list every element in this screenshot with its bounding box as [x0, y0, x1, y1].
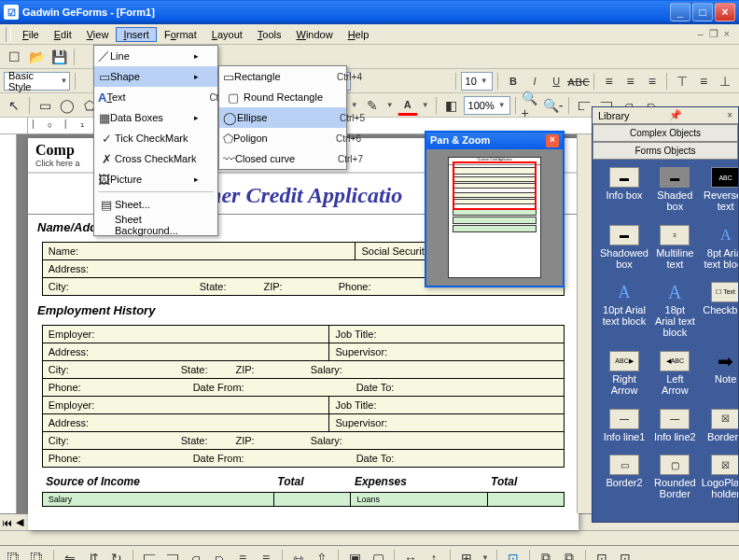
- valign-top-button[interactable]: ⊤: [672, 71, 691, 91]
- shape-round-rect[interactable]: ▢Round Rectangle: [219, 87, 346, 107]
- insert-tick[interactable]: ✓Tick CheckMark: [94, 128, 217, 148]
- library-pin-icon[interactable]: 📌: [669, 109, 682, 121]
- insert-sheet[interactable]: ▤Sheet...: [94, 194, 217, 215]
- obj-info-line1[interactable]: —Info line1: [598, 407, 650, 452]
- same-w[interactable]: ↔: [400, 548, 421, 561]
- shape-ellipse[interactable]: ◯EllipseCtrl+5: [219, 107, 346, 128]
- grid-button[interactable]: ⊞: [456, 548, 477, 561]
- line-color-button[interactable]: ✎: [362, 95, 383, 116]
- vertical-scrollbar[interactable]: [577, 134, 592, 513]
- menu-layout[interactable]: Layout: [204, 27, 250, 42]
- back-button[interactable]: ▢: [368, 548, 388, 561]
- rect-button[interactable]: ▭: [35, 95, 55, 116]
- align-m[interactable]: ≡: [232, 548, 253, 561]
- zoom-out-button[interactable]: 🔍-: [543, 95, 564, 116]
- library-close[interactable]: ×: [727, 110, 732, 120]
- sheet-nav-prev[interactable]: ◀: [14, 516, 25, 528]
- insert-databoxes[interactable]: ▦Data Boxes▸: [94, 107, 217, 128]
- ellipse-button[interactable]: ◯: [57, 95, 77, 116]
- insert-text[interactable]: ATextCtrl+8: [94, 87, 217, 107]
- horizontal-scrollbar[interactable]: [0, 530, 739, 545]
- menu-file[interactable]: File: [15, 27, 47, 42]
- tab-forms-objects[interactable]: Forms Objects: [593, 142, 738, 160]
- layer1-button[interactable]: ⧉: [536, 548, 556, 561]
- align-r[interactable]: ⫏: [186, 548, 206, 561]
- bold-button[interactable]: B: [503, 71, 523, 91]
- gripper[interactable]: [6, 27, 11, 42]
- obj-info-line2[interactable]: —Info line2: [652, 407, 698, 452]
- shape-closed-curve[interactable]: 〰Closed curveCtrl+7: [219, 148, 346, 169]
- obj-right-arrow[interactable]: ABC▶Right Arrow: [598, 349, 650, 405]
- pan-zoom-thumbnail[interactable]: Customer Credit Application: [448, 157, 541, 278]
- obj-reversed-text[interactable]: ABCReversed text: [700, 165, 738, 221]
- gradient-button[interactable]: ◧: [441, 95, 462, 116]
- group-button[interactable]: ⿻: [4, 548, 24, 561]
- size-combo[interactable]: 10▼: [461, 72, 494, 91]
- align-l[interactable]: ⫍: [139, 548, 160, 561]
- mdi-restore[interactable]: ❐: [709, 28, 718, 40]
- valign-mid-button[interactable]: ≡: [694, 71, 714, 91]
- obj-info-box[interactable]: ▬Info box: [598, 165, 650, 221]
- italic-button[interactable]: I: [525, 71, 545, 91]
- align-center-button[interactable]: ≡: [620, 71, 640, 91]
- menu-format[interactable]: Format: [157, 27, 204, 42]
- insert-cross[interactable]: ✗Cross CheckMark: [94, 148, 217, 169]
- flip-h-button[interactable]: ⇋: [60, 548, 80, 561]
- sheet-nav-first[interactable]: ⏮: [0, 517, 14, 528]
- save-button[interactable]: 💾: [49, 47, 69, 67]
- align-t[interactable]: ⫐: [209, 548, 230, 561]
- insert-shape[interactable]: ▭Shape▸: [94, 66, 217, 87]
- menu-view[interactable]: View: [79, 27, 117, 42]
- shape-rectangle[interactable]: ▭RectangleCtrl+4: [219, 66, 346, 87]
- obj-10pt-arial[interactable]: A10pt Arial text block: [598, 280, 650, 347]
- obj-shadowed-box[interactable]: ▬Shadowed box: [598, 223, 650, 279]
- insert-picture[interactable]: 🖼Picture▸: [94, 169, 217, 189]
- menu-tools[interactable]: Tools: [250, 27, 289, 42]
- front-button[interactable]: ▣: [344, 548, 365, 561]
- dist-h[interactable]: ⇿: [288, 548, 309, 561]
- strike-button[interactable]: ᴀʙᴄ: [568, 71, 589, 91]
- obj-left-arrow[interactable]: ◀ABCLeft Arrow: [652, 349, 698, 405]
- obj-shaded-box[interactable]: ▬Shaded box: [652, 165, 698, 221]
- insert-line[interactable]: ／Line▸: [94, 46, 217, 66]
- zoom-combo[interactable]: 100%▼: [464, 96, 510, 115]
- align-left-button[interactable]: ≡: [599, 71, 619, 91]
- valign-bot-button[interactable]: ⊥: [716, 71, 735, 91]
- align-c[interactable]: ⫎: [162, 548, 183, 561]
- shape-poligon[interactable]: ⬠PoligonCtrl+6: [219, 128, 346, 148]
- style-combo[interactable]: Basic Style▼: [4, 72, 70, 91]
- menu-window[interactable]: Window: [289, 27, 341, 42]
- pointer-button[interactable]: ↖: [4, 95, 24, 116]
- obj-border2[interactable]: ▭Border2: [598, 453, 650, 509]
- pan-zoom-close[interactable]: ×: [546, 134, 559, 147]
- align-b[interactable]: ≡: [256, 548, 276, 561]
- mdi-minimize[interactable]: –: [697, 28, 703, 40]
- menu-insert[interactable]: Insert: [116, 27, 157, 42]
- align-right-button[interactable]: ≡: [642, 71, 662, 91]
- pan-zoom-window[interactable]: Pan & Zoom× Customer Credit Application: [425, 131, 565, 287]
- insert-sheet-bg[interactable]: Sheet Background...: [94, 215, 217, 235]
- layer2-button[interactable]: ⧉: [559, 548, 579, 561]
- new-button[interactable]: ☐: [4, 47, 24, 67]
- obj-border1[interactable]: ☒Border1: [700, 407, 738, 452]
- maximize-button[interactable]: □: [692, 3, 713, 21]
- rotate-button[interactable]: ↻: [106, 548, 127, 561]
- obj-18pt-arial[interactable]: A18pt Arial text block: [652, 280, 698, 347]
- tab-complex-objects[interactable]: Complex Objects: [593, 124, 738, 142]
- obj-8pt-arial[interactable]: A8pt Arial text block: [700, 223, 738, 279]
- underline-button[interactable]: U: [547, 71, 566, 91]
- menu-edit[interactable]: Edit: [47, 27, 79, 42]
- close-button[interactable]: ×: [715, 3, 735, 21]
- obj-multiline-text[interactable]: ≡Multiline text: [652, 223, 698, 279]
- text-color-button[interactable]: A: [397, 95, 418, 116]
- mdi-close[interactable]: ×: [724, 28, 730, 40]
- menu-help[interactable]: Help: [341, 27, 377, 42]
- open-button[interactable]: 📂: [26, 47, 47, 67]
- ungroup-button[interactable]: ⿻: [27, 548, 48, 561]
- zoom-in-button[interactable]: 🔍+: [521, 95, 541, 116]
- dist-v[interactable]: ⇳: [312, 548, 332, 561]
- obj-logoplace[interactable]: ☒LogoPlace holder: [700, 453, 738, 509]
- obj-rounded-border[interactable]: ▢Rounded Border: [652, 453, 698, 509]
- same-h[interactable]: ↕: [424, 548, 444, 561]
- guide-button[interactable]: ⊡: [592, 548, 612, 561]
